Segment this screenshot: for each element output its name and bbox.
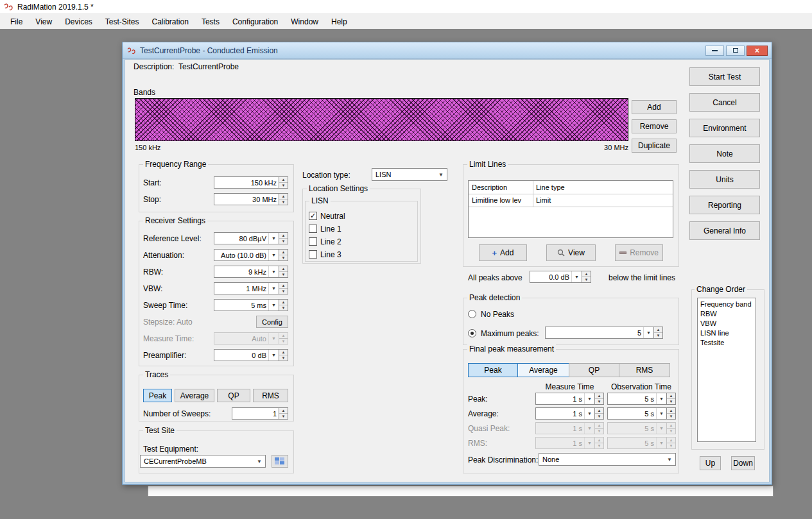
dropdown-arrow-icon[interactable]: ▼ — [584, 393, 594, 404]
spin-up-icon[interactable]: ▲ — [654, 327, 662, 333]
spin-down-icon[interactable]: ▼ — [279, 255, 288, 260]
change-order-up-button[interactable]: Up — [700, 456, 721, 470]
attenuation-field[interactable]: Auto (10.0 dB) ▼ ▲▼ — [214, 249, 288, 261]
no-peaks-radio[interactable] — [468, 310, 476, 318]
dropdown-arrow-icon[interactable]: ▼ — [268, 266, 279, 277]
spin-down-icon[interactable]: ▼ — [654, 333, 662, 338]
limit-lines-table[interactable]: Description Line type Limitline low lev … — [468, 180, 673, 238]
spin-up-icon[interactable]: ▲ — [279, 408, 288, 414]
note-button[interactable]: Note — [689, 144, 760, 163]
environment-button[interactable]: Environment — [689, 119, 760, 137]
spin-up-icon[interactable]: ▲ — [279, 250, 288, 255]
reporting-button[interactable]: Reporting — [689, 196, 760, 214]
traces-peak-toggle[interactable]: Peak — [143, 389, 172, 402]
traces-rms-toggle[interactable]: RMS — [253, 389, 288, 402]
list-item[interactable]: Testsite — [698, 338, 756, 348]
spin-down-icon[interactable]: ▼ — [595, 399, 603, 404]
row-line-type[interactable]: Limit — [536, 196, 551, 204]
change-order-list[interactable]: Frequency band RBW VBW LISN line Testsit… — [697, 298, 756, 442]
spin-down-icon[interactable]: ▼ — [279, 183, 288, 188]
menu-file[interactable]: File — [4, 15, 29, 28]
spin-up-icon[interactable]: ▲ — [279, 350, 288, 355]
units-button[interactable]: Units — [689, 170, 760, 189]
sweep-time-field[interactable]: 5 ms ▼ ▲▼ — [214, 299, 288, 311]
location-type-select[interactable]: LISN ▼ — [372, 168, 447, 181]
dropdown-arrow-icon[interactable]: ▼ — [268, 250, 279, 260]
list-item[interactable]: Frequency band — [698, 300, 756, 309]
spin-down-icon[interactable]: ▼ — [279, 355, 288, 361]
peaks-above-field[interactable]: 0.0 dB ▼ ▲▼ — [530, 271, 591, 283]
neutral-checkbox[interactable]: ✓ — [309, 212, 317, 220]
spin-up-icon[interactable]: ▲ — [667, 393, 675, 399]
dropdown-arrow-icon[interactable]: ▼ — [268, 350, 279, 361]
dropdown-arrow-icon[interactable]: ▼ — [268, 283, 279, 294]
final-average-toggle[interactable]: Average — [517, 363, 569, 377]
spin-up-icon[interactable]: ▲ — [595, 408, 603, 414]
cancel-button[interactable]: Cancel — [689, 93, 760, 112]
rbw-value[interactable]: 9 kHz — [214, 266, 268, 277]
rbw-field[interactable]: 9 kHz ▼ ▲▼ — [214, 266, 288, 278]
reference-level-field[interactable]: 80 dBµV ▼ ▲▼ — [214, 232, 288, 244]
config-button[interactable]: Config — [256, 316, 288, 328]
peaks-above-value[interactable]: 0.0 dB — [530, 271, 571, 282]
band-duplicate-button[interactable]: Duplicate — [632, 139, 677, 153]
band-remove-button[interactable]: Remove — [632, 119, 677, 133]
peak-observation-time-value[interactable]: 5 s — [608, 393, 656, 404]
limit-view-button[interactable]: View — [546, 244, 596, 261]
maximize-button[interactable] — [726, 46, 745, 56]
spin-down-icon[interactable]: ▼ — [279, 239, 288, 244]
spin-up-icon[interactable]: ▲ — [667, 408, 675, 414]
menu-window[interactable]: Window — [284, 15, 325, 28]
minimize-button[interactable] — [705, 46, 724, 56]
peak-measure-time-value[interactable]: 1 s — [536, 393, 584, 404]
spin-up-icon[interactable]: ▲ — [279, 194, 288, 200]
number-of-sweeps-value[interactable]: 1 — [232, 408, 279, 419]
line3-checkbox[interactable] — [309, 250, 317, 259]
dropdown-arrow-icon[interactable]: ▼ — [656, 408, 666, 419]
line2-checkbox[interactable] — [309, 237, 317, 246]
peak-observation-time-field[interactable]: 5 s ▼ ▲▼ — [607, 393, 676, 405]
test-equipment-config-button[interactable] — [272, 455, 288, 468]
dropdown-arrow-icon[interactable]: ▼ — [584, 408, 594, 419]
peak-measure-time-field[interactable]: 1 s ▼ ▲▼ — [535, 393, 604, 405]
spin-down-icon[interactable]: ▼ — [279, 289, 288, 294]
maximum-peaks-value[interactable]: 5 — [546, 327, 643, 338]
list-item[interactable]: LISN line — [698, 328, 756, 338]
menu-view[interactable]: View — [29, 15, 58, 28]
reference-level-value[interactable]: 80 dBµV — [214, 233, 268, 244]
menu-help[interactable]: Help — [325, 15, 354, 28]
spin-down-icon[interactable]: ▼ — [595, 414, 603, 419]
spin-up-icon[interactable]: ▲ — [595, 393, 603, 399]
attenuation-value[interactable]: Auto (10.0 dB) — [214, 250, 268, 260]
average-observation-time-value[interactable]: 5 s — [608, 408, 656, 419]
band-add-button[interactable]: Add — [632, 100, 677, 114]
spin-up-icon[interactable]: ▲ — [279, 283, 288, 289]
maximum-peaks-field[interactable]: 5 ▼ ▲▼ — [545, 327, 663, 339]
list-item[interactable]: VBW — [698, 319, 756, 328]
change-order-down-button[interactable]: Down — [731, 456, 755, 470]
average-measure-time-value[interactable]: 1 s — [536, 408, 584, 419]
list-item[interactable]: RBW — [698, 309, 756, 319]
spin-down-icon[interactable]: ▼ — [667, 414, 675, 419]
general-info-button[interactable]: General Info — [689, 221, 760, 240]
dropdown-arrow-icon[interactable]: ▼ — [268, 300, 279, 311]
vbw-value[interactable]: 1 MHz — [214, 283, 268, 294]
dialog-titlebar[interactable]: TestCurrentProbe - Conducted Emission × — [123, 42, 772, 59]
final-qp-toggle[interactable]: QP — [569, 363, 619, 377]
vbw-field[interactable]: 1 MHz ▼ ▲▼ — [214, 282, 288, 294]
average-measure-time-field[interactable]: 1 s ▼ ▲▼ — [535, 407, 604, 420]
spin-down-icon[interactable]: ▼ — [279, 200, 288, 205]
start-test-button[interactable]: Start Test — [689, 67, 760, 86]
dropdown-arrow-icon[interactable]: ▼ — [571, 271, 582, 282]
final-rms-toggle[interactable]: RMS — [619, 363, 670, 377]
spin-down-icon[interactable]: ▼ — [582, 277, 591, 282]
limit-remove-button[interactable]: Remove — [615, 244, 663, 261]
traces-average-toggle[interactable]: Average — [175, 389, 214, 402]
menu-configuration[interactable]: Configuration — [226, 15, 284, 28]
test-equipment-select[interactable]: CECurrentProbeMB ▼ — [140, 455, 266, 468]
menu-calibration[interactable]: Calibration — [146, 15, 195, 28]
preamplifier-value[interactable]: 0 dB — [214, 350, 268, 361]
number-of-sweeps-field[interactable]: 1 ▲▼ — [232, 407, 288, 420]
spin-down-icon[interactable]: ▼ — [279, 305, 288, 311]
dropdown-arrow-icon[interactable]: ▼ — [643, 327, 653, 338]
